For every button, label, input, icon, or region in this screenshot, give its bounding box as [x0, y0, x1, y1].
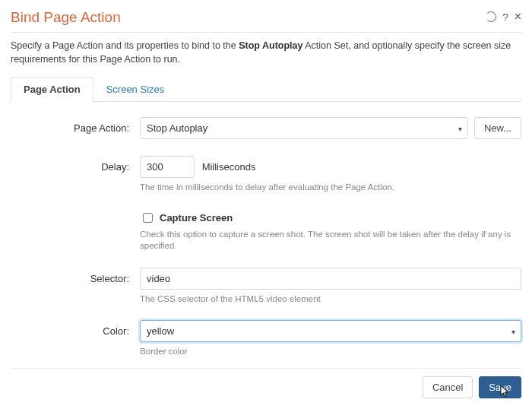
- close-icon[interactable]: ×: [515, 10, 521, 24]
- delay-unit: Milliseconds: [202, 156, 256, 173]
- dialog-footer: Cancel Save: [11, 368, 521, 398]
- dialog-description: Specify a Page Action and its properties…: [11, 39, 521, 66]
- row-selector: Selector: The CSS selector of the HTML5 …: [11, 268, 521, 318]
- color-hint: Border color: [140, 346, 521, 358]
- tab-strip: Page Action Screen Sizes: [11, 77, 521, 102]
- delay-input[interactable]: [140, 156, 195, 178]
- color-select[interactable]: yellow: [140, 320, 521, 342]
- page-action-select[interactable]: Stop Autoplay: [140, 117, 468, 139]
- row-page-action: Page Action: Stop Autoplay New...: [11, 117, 521, 139]
- header-divider: [11, 32, 521, 33]
- row-color: Color: yellow Border color: [11, 320, 521, 370]
- cancel-button[interactable]: Cancel: [423, 376, 473, 398]
- help-icon[interactable]: ?: [502, 11, 508, 23]
- label-delay: Delay:: [11, 156, 140, 173]
- color-select-wrap: yellow: [140, 320, 521, 342]
- page-action-select-wrap: Stop Autoplay: [140, 117, 468, 139]
- form-body: Page Action: Stop Autoplay New... Delay:…: [11, 117, 521, 370]
- label-color: Color:: [11, 320, 140, 337]
- row-capture: Capture Screen Check this option to capt…: [11, 209, 521, 265]
- capture-screen-label: Capture Screen: [160, 212, 233, 224]
- label-page-action: Page Action:: [11, 117, 140, 134]
- new-page-action-button[interactable]: New...: [474, 117, 521, 139]
- tab-screen-sizes[interactable]: Screen Sizes: [93, 77, 178, 102]
- save-button-label: Save: [489, 382, 511, 393]
- refresh-icon[interactable]: [486, 11, 496, 24]
- delay-hint: The time in milliseconds to delay after …: [140, 182, 521, 194]
- row-page-action-spacer: [11, 142, 521, 153]
- bind-page-action-dialog: Bind Page Action ? × Specify a Page Acti…: [0, 0, 532, 409]
- tab-page-action[interactable]: Page Action: [11, 77, 93, 102]
- row-delay: Delay: Milliseconds The time in millisec…: [11, 156, 521, 206]
- desc-pre: Specify a Page Action and its properties…: [11, 40, 239, 51]
- save-button[interactable]: Save: [479, 376, 521, 398]
- desc-bold: Stop Autoplay: [239, 40, 302, 51]
- capture-screen-checkbox[interactable]: [143, 213, 153, 223]
- label-selector: Selector:: [11, 268, 140, 284]
- selector-input[interactable]: [140, 268, 521, 290]
- dialog-header-icons: ? ×: [486, 8, 521, 24]
- dialog-title: Bind Page Action: [11, 9, 121, 26]
- capture-hint: Check this option to capture a screen sh…: [140, 229, 521, 252]
- dialog-header: Bind Page Action ? ×: [11, 8, 521, 30]
- selector-hint: The CSS selector of the HTML5 video elem…: [140, 293, 521, 306]
